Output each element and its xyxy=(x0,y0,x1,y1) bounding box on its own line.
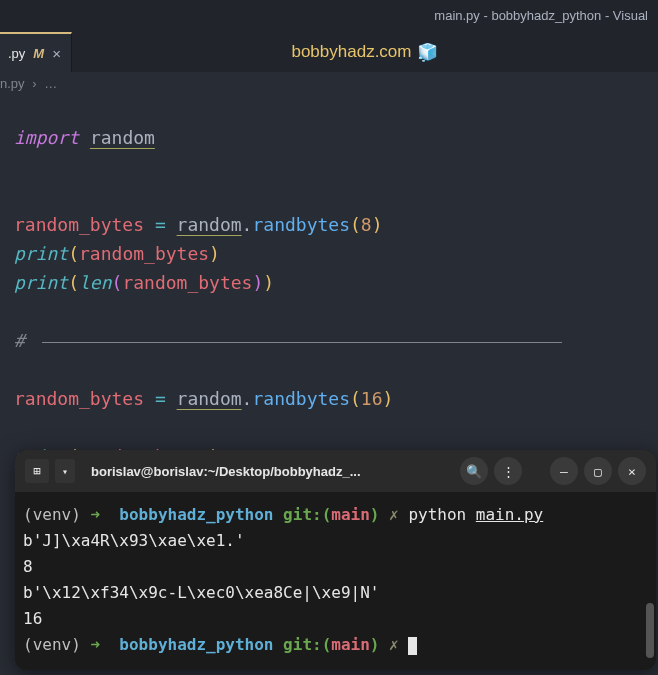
terminal-output: b'\x12\xf34\x9c-L\xec0\xea8Ce|\xe9|N' xyxy=(23,580,648,606)
terminal-line: (venv) ➜ bobbyhadz_python git:(main) ✗ xyxy=(23,632,648,658)
terminal-title: borislav@borislav:~/Desktop/bobbyhadz_..… xyxy=(91,464,454,479)
terminal-body[interactable]: (venv) ➜ bobbyhadz_python git:(main) ✗ p… xyxy=(15,492,656,670)
close-tab-icon[interactable]: × xyxy=(52,45,61,62)
code-line: print(random_bytes) xyxy=(14,239,658,268)
terminal-panel: ⊞ ▾ borislav@borislav:~/Desktop/bobbyhad… xyxy=(15,450,656,670)
breadcrumb-file[interactable]: n.py xyxy=(0,76,25,91)
code-blank xyxy=(14,152,658,181)
breadcrumb-more[interactable]: … xyxy=(44,76,57,91)
breadcrumb-sep: › xyxy=(32,76,36,91)
code-line: import random xyxy=(14,123,658,152)
code-line: random_bytes = random.randbytes(8) xyxy=(14,210,658,239)
tab-dropdown-icon[interactable]: ▾ xyxy=(55,459,75,483)
terminal-output: 16 xyxy=(23,606,648,632)
divider-line xyxy=(42,342,562,343)
code-blank xyxy=(14,181,658,210)
terminal-header: ⊞ ▾ borislav@borislav:~/Desktop/bobbyhad… xyxy=(15,450,656,492)
tab-main-py[interactable]: .py M × xyxy=(0,32,72,72)
close-button[interactable]: × xyxy=(618,457,646,485)
code-blank xyxy=(14,297,658,326)
terminal-scrollbar[interactable] xyxy=(646,603,654,658)
window-title-bar: main.py - bobbyhadz_python - Visual xyxy=(0,0,658,30)
code-blank xyxy=(14,355,658,384)
menu-icon[interactable]: ⋮ xyxy=(494,457,522,485)
terminal-output: b'J]\xa4R\x93\xae\xe1.' xyxy=(23,528,648,554)
watermark-text: bobbyhadz.com xyxy=(291,42,411,62)
breadcrumb[interactable]: n.py › … xyxy=(0,72,658,99)
watermark: bobbyhadz.com 🧊 xyxy=(72,32,658,72)
cube-icon: 🧊 xyxy=(417,42,438,63)
tab-filename: .py xyxy=(8,46,25,61)
terminal-line: (venv) ➜ bobbyhadz_python git:(main) ✗ p… xyxy=(23,502,648,528)
code-comment-line: # xyxy=(14,326,658,355)
window-title: main.py - bobbyhadz_python - Visual xyxy=(434,8,648,23)
new-tab-icon[interactable]: ⊞ xyxy=(25,459,49,483)
maximize-button[interactable]: ▢ xyxy=(584,457,612,485)
code-line: print(len(random_bytes)) xyxy=(14,268,658,297)
code-editor[interactable]: import random random_bytes = random.rand… xyxy=(0,99,658,500)
modified-indicator: M xyxy=(33,46,44,61)
terminal-output: 8 xyxy=(23,554,648,580)
editor-tabs: .py M × bobbyhadz.com 🧊 xyxy=(0,30,658,72)
code-line: random_bytes = random.randbytes(16) xyxy=(14,384,658,413)
search-icon[interactable]: 🔍 xyxy=(460,457,488,485)
code-blank xyxy=(14,413,658,442)
minimize-button[interactable]: – xyxy=(550,457,578,485)
terminal-cursor xyxy=(408,637,417,655)
